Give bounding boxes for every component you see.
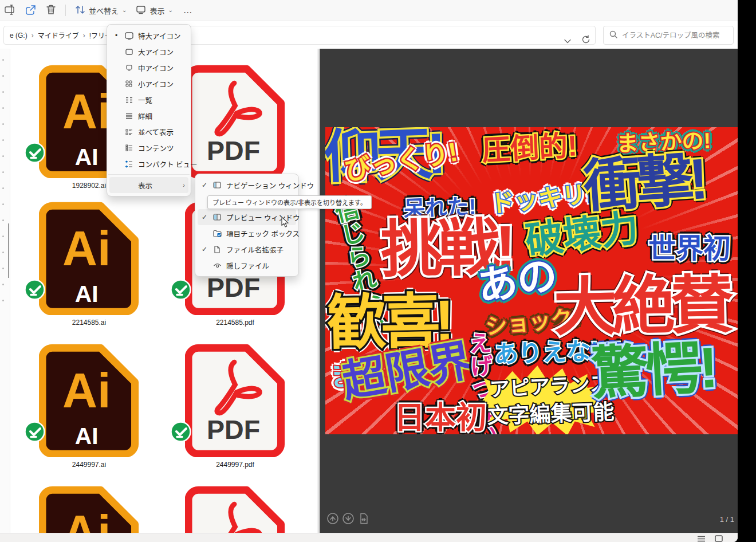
page-indicator: 1 / 1 [720,515,734,524]
telop-word: 衝撃! [582,150,706,215]
preview-controls [326,512,370,525]
telop-word: 世界初 [648,235,731,262]
file-tile[interactable]: 2214585.ai [39,202,139,315]
pdf-file-icon [185,486,285,533]
small-icons-icon [124,79,133,88]
menu-item-show-submenu[interactable]: 表示 › [109,177,188,193]
extra-large-icons-icon [124,31,133,40]
file-name[interactable]: 2449997.pdf [174,461,297,469]
file-name[interactable]: 2214585.ai [27,319,151,327]
menu-item-details[interactable]: 詳細 [107,108,191,124]
sync-complete-badge-icon [170,421,191,442]
chevron-down-icon: ⌄ [122,7,127,13]
sync-complete-badge-icon [24,142,45,163]
share-icon [25,5,37,17]
fit-width-icon[interactable] [357,512,370,525]
delete-button[interactable] [41,2,61,18]
navigation-pane-sliver [0,49,10,533]
file-tile[interactable] [185,65,285,178]
sort-icon [75,5,85,16]
content-view-icon [124,143,133,152]
pane-splitter[interactable] [317,49,319,533]
sync-complete-badge-icon [24,421,45,442]
sync-complete-badge-icon [24,279,45,300]
selected-bullet: • [112,32,121,40]
telop-word: 驚愕! [590,339,716,402]
toolbar-divider [65,5,66,16]
sort-button-label: 並べ替え [89,5,119,16]
share-button[interactable] [21,2,41,18]
toolbar: 並べ替え ⌄ 表示 ⌄ … [0,0,738,21]
submenu-item-file-extensions[interactable]: ✓ ファイル名拡張子 [195,241,298,257]
view-menu: • 特大アイコン 大アイコン 中アイコン 小アイコン 一覧 詳細 [107,24,191,197]
menu-item-compact-view[interactable]: コンパクト ビュー [107,156,191,172]
menu-item-small-icons[interactable]: 小アイコン [107,76,191,92]
page-up-icon[interactable] [326,512,339,525]
compact-view-icon [124,159,133,168]
mouse-cursor [281,217,291,230]
menu-item-tiles[interactable]: 並べて表示 [107,124,191,140]
telop-word: 破壊力 [523,209,641,260]
details-layout-icon[interactable] [697,534,706,542]
menu-item-content[interactable]: コンテンツ [107,140,191,156]
menu-item-medium-icons[interactable]: 中アイコン [107,60,191,76]
medium-icons-icon [124,63,133,72]
sync-complete-badge-icon [170,279,191,300]
preview-image: 仰天! びっくり! 圧倒的! まさかの! ドッキリ! 衝撃! 呆れた! 信じられ… [325,127,738,434]
chevron-down-icon: ⌄ [168,7,172,13]
check-icon: ✓ [200,181,209,189]
thumbnails-layout-icon[interactable] [715,534,723,542]
status-bar [0,533,738,542]
view-button-label: 表示 [149,5,164,16]
rename-button[interactable] [0,2,21,18]
file-explorer-window: 並べ替え ⌄ 表示 ⌄ … e (G:) › マイドライブ › !フリー素材 ›… [0,0,738,542]
breadcrumb-drive[interactable]: e (G:) [7,30,30,41]
page-down-icon[interactable] [342,512,355,525]
telop-word: 圧倒的! [481,131,578,165]
list-view-icon [124,95,133,104]
search-input[interactable] [622,32,727,40]
preview-pane-tooltip: プレビュー ウィンドウの表示/非表示を切り替えます。 [207,195,372,209]
sort-button[interactable]: 並べ替え ⌄ [70,2,131,18]
submenu-item-hidden-files[interactable]: 隠しファイル [195,257,298,273]
submenu-item-navigation-pane[interactable]: ✓ ナビゲーション ウィンドウ [195,177,298,193]
view-button[interactable]: 表示 ⌄ [131,2,177,18]
pdf-file-icon [185,65,285,178]
ai-file-icon [39,202,139,315]
search-box[interactable] [603,26,734,45]
rename-icon [5,5,16,17]
view-icon [136,5,146,16]
breadcrumb-my-drive[interactable]: マイドライブ [36,29,81,41]
search-icon [609,30,617,41]
more-options-button[interactable]: … [178,2,199,18]
large-icons-icon [124,47,133,56]
breadcrumb-separator: › [81,32,87,40]
telop-word: 大絶賛 [553,273,730,339]
scrollbar-thumb[interactable] [8,223,9,278]
check-icon: ✓ [200,245,209,253]
menu-item-list[interactable]: 一覧 [107,92,191,108]
file-tile[interactable]: 2449997.pdf [185,344,285,457]
telop-word: ドッキリ! [489,182,595,217]
file-tile[interactable]: 2449997.ai [39,344,139,457]
file-tile[interactable] [39,486,139,533]
ai-file-icon [39,344,139,457]
refresh-icon[interactable] [581,35,590,45]
ai-file-icon [39,486,139,533]
preview-pane-icon [212,213,222,222]
tiles-view-icon [124,127,133,136]
delete-icon [46,5,56,17]
file-tile[interactable] [185,486,285,533]
file-extensions-icon [212,245,222,254]
navigation-pane-icon [212,180,222,190]
breadcrumb-separator: › [30,32,36,40]
menu-item-extra-large-icons[interactable]: • 特大アイコン [107,28,191,44]
check-icon: ✓ [200,213,209,221]
file-name[interactable]: 2214585.pdf [174,319,297,327]
menu-item-large-icons[interactable]: 大アイコン [107,44,191,60]
details-view-icon [124,111,133,120]
hidden-files-icon [212,261,222,270]
address-chevron-down-icon[interactable] [564,36,571,45]
address-bar[interactable]: e (G:) › マイドライブ › !フリー素材 › イ [3,26,596,45]
file-name[interactable]: 2449997.ai [27,461,151,469]
